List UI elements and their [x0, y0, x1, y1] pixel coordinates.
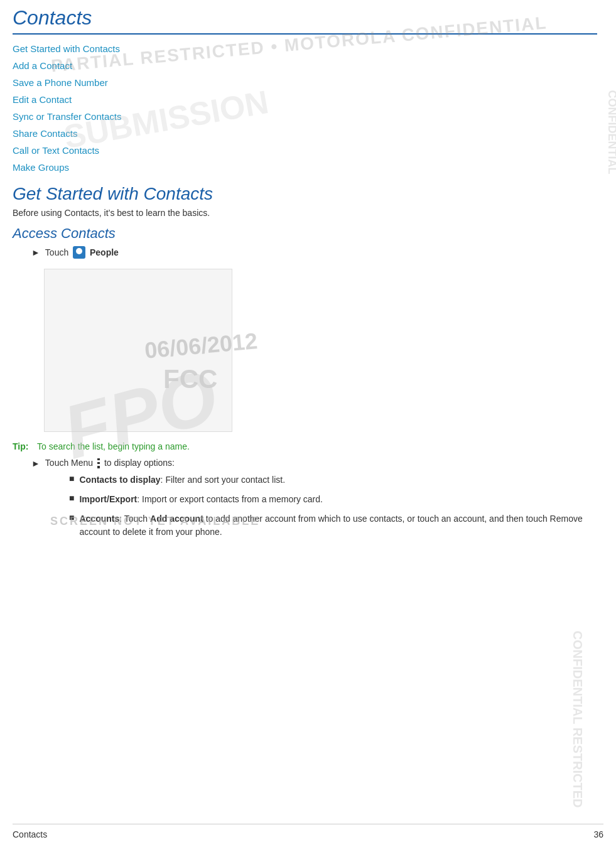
sub-bullet-marker-2: ■ — [69, 493, 74, 503]
sub-bullet-desc-2: : Import or export contacts from a memor… — [137, 494, 323, 504]
sub-bullet-import-export: ■ Import/Export: Import or export contac… — [13, 493, 597, 506]
sub-bullet-desc-1: : Filter and sort your contact list. — [161, 475, 285, 485]
page-footer: Contacts 36 — [13, 824, 603, 839]
sub-bullet-text-3: Accounts: Touch Add account to add anoth… — [79, 512, 597, 539]
term-import-export: Import/Export — [79, 494, 137, 504]
subsection-heading-access: Access Contacts — [13, 225, 597, 242]
bullet-touch-people-text: Touch People — [45, 247, 119, 259]
tip-text: To search the list, begin typing a name. — [37, 441, 190, 451]
people-icon — [73, 246, 85, 259]
toc-link-get-started[interactable]: Get Started with Contacts — [13, 43, 597, 54]
sub-bullet-marker-1: ■ — [69, 473, 74, 483]
page-content: Contacts Get Started with Contacts Add a… — [0, 0, 616, 570]
sub-bullet-marker-3: ■ — [69, 512, 74, 522]
page-title: Contacts — [13, 6, 597, 30]
toc-link-edit-contact[interactable]: Edit a Contact — [13, 94, 597, 105]
bullet-arrow-2: ► — [31, 458, 40, 468]
toc-nav: Get Started with Contacts Add a Contact … — [13, 43, 597, 173]
footer-label: Contacts — [13, 829, 47, 839]
sub-bullet-accounts-text1: : Touch — [119, 514, 150, 524]
term-accounts: Accounts — [79, 514, 119, 524]
footer-page-number: 36 — [593, 829, 603, 839]
toc-link-make-groups[interactable]: Make Groups — [13, 162, 597, 173]
toc-link-add-contact[interactable]: Add a Contact — [13, 60, 597, 71]
tip-line: Tip: To search the list, begin typing a … — [13, 441, 597, 451]
section-heading-get-started: Get Started with Contacts — [13, 184, 597, 204]
sub-bullet-text-1: Contacts to display: Filter and sort you… — [79, 473, 285, 487]
toc-link-share-contacts[interactable]: Share Contacts — [13, 128, 597, 139]
bullet-touch-people: ► Touch People — [13, 247, 597, 259]
tip-label: Tip: — [13, 441, 28, 451]
sub-bullet-contacts-display: ■ Contacts to display: Filter and sort y… — [13, 473, 597, 487]
title-divider — [13, 33, 597, 35]
screenshot-placeholder — [44, 269, 232, 432]
section-intro-get-started: Before using Contacts, it’s best to lear… — [13, 208, 597, 218]
menu-icon — [97, 458, 100, 468]
bullet-arrow-1: ► — [31, 247, 40, 257]
bullet-touch-menu: ► Touch Menu to display options: — [13, 458, 597, 468]
sub-bullet-accounts: ■ Accounts: Touch Add account to add ano… — [13, 512, 597, 539]
term-add-account: Add account — [150, 514, 203, 524]
toc-link-call-text[interactable]: Call or Text Contacts — [13, 145, 597, 156]
term-contacts-display: Contacts to display — [79, 475, 160, 485]
people-label: People — [90, 247, 119, 257]
toc-link-sync-transfer[interactable]: Sync or Transfer Contacts — [13, 111, 597, 122]
bullet-touch-menu-text: Touch Menu to display options: — [45, 458, 175, 468]
watermark-controlled-text: CONFIDENTIAL RESTRICTED — [571, 631, 585, 808]
sub-bullet-text-2: Import/Export: Import or export contacts… — [79, 493, 322, 506]
toc-link-save-phone[interactable]: Save a Phone Number — [13, 77, 597, 88]
